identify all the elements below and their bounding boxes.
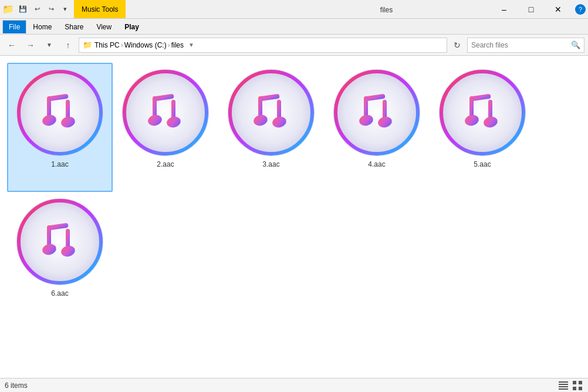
svg-rect-45 xyxy=(559,388,568,390)
address-dropdown-icon[interactable]: ▼ xyxy=(188,42,194,48)
sep2: › xyxy=(168,41,170,49)
svg-rect-48 xyxy=(573,387,576,390)
svg-point-21 xyxy=(333,69,420,156)
details-view-button[interactable] xyxy=(557,380,569,391)
item-count: 6 items xyxy=(5,381,28,390)
undo-btn[interactable]: ↩ xyxy=(31,3,43,16)
redo-btn[interactable]: ↪ xyxy=(45,3,58,16)
file-label: 3.aac xyxy=(262,160,279,168)
svg-rect-43 xyxy=(559,384,568,385)
file-label: 1.aac xyxy=(51,160,68,168)
tab-play[interactable]: Play xyxy=(118,20,146,34)
svg-point-35 xyxy=(16,198,103,285)
file-label: 2.aac xyxy=(157,160,174,168)
file-item[interactable]: 4.aac xyxy=(324,63,430,192)
address-input[interactable]: 📁 This PC › Windows (C:) › files ▼ xyxy=(79,38,447,53)
sep1: › xyxy=(121,41,123,49)
search-box[interactable]: 🔍 xyxy=(467,38,584,53)
tab-view[interactable]: View xyxy=(90,20,118,34)
title-bar: 📁 💾 ↩ ↪ ▾ Music Tools files – □ ✕ ? xyxy=(0,0,588,19)
search-icon: 🔍 xyxy=(571,40,580,49)
up-button[interactable]: ↑ xyxy=(60,37,76,53)
help-button[interactable]: ? xyxy=(575,4,586,15)
tab-share[interactable]: Share xyxy=(58,20,90,34)
svg-rect-47 xyxy=(579,381,582,384)
maximize-button[interactable]: □ xyxy=(518,0,545,19)
file-icon xyxy=(16,69,104,157)
file-label: 5.aac xyxy=(474,160,491,168)
file-icon xyxy=(16,198,104,286)
svg-rect-44 xyxy=(559,386,568,387)
refresh-button[interactable]: ↻ xyxy=(450,38,465,53)
svg-point-28 xyxy=(439,69,526,156)
address-bar: ← → ▼ ↑ 📁 This PC › Windows (C:) › files… xyxy=(0,35,588,56)
breadcrumb-folder-icon: 📁 xyxy=(83,40,92,49)
save-btn[interactable]: 💾 xyxy=(16,3,29,16)
large-icons-view-button[interactable] xyxy=(572,380,583,391)
file-area: 1.aac xyxy=(0,56,588,378)
dropdown-btn[interactable]: ▾ xyxy=(59,3,72,16)
recent-locations-button[interactable]: ▼ xyxy=(41,37,58,53)
file-label: 6.aac xyxy=(51,289,68,298)
svg-point-14 xyxy=(228,69,315,156)
svg-rect-46 xyxy=(573,381,576,384)
breadcrumb: This PC › Windows (C:) › files xyxy=(94,41,184,49)
close-button[interactable]: ✕ xyxy=(545,0,572,19)
music-tools-tab[interactable]: Music Tools xyxy=(74,0,126,18)
app-icon: 📁 xyxy=(2,4,14,15)
svg-rect-42 xyxy=(559,381,568,383)
svg-point-0 xyxy=(16,69,103,156)
tab-file[interactable]: File xyxy=(2,20,26,34)
file-icon xyxy=(333,69,421,157)
file-item[interactable]: 5.aac xyxy=(430,63,535,192)
file-item[interactable]: 1.aac xyxy=(7,63,113,192)
minimize-button[interactable]: – xyxy=(491,0,518,19)
back-button[interactable]: ← xyxy=(4,37,20,53)
status-bar: 6 items xyxy=(0,378,588,392)
ribbon: File Home Share View Play xyxy=(0,19,588,35)
forward-button[interactable]: → xyxy=(22,37,39,53)
file-icon xyxy=(438,69,526,157)
file-icon xyxy=(227,69,315,157)
window-title: files xyxy=(282,5,491,14)
file-item[interactable]: 2.aac xyxy=(113,63,218,192)
search-input[interactable] xyxy=(471,41,569,49)
file-label: 4.aac xyxy=(368,160,385,168)
file-icon xyxy=(121,69,209,157)
file-item[interactable]: 6.aac xyxy=(7,192,113,321)
svg-rect-49 xyxy=(579,387,582,390)
svg-point-7 xyxy=(122,69,209,156)
file-item[interactable]: 3.aac xyxy=(218,63,324,192)
tab-home[interactable]: Home xyxy=(26,20,58,34)
